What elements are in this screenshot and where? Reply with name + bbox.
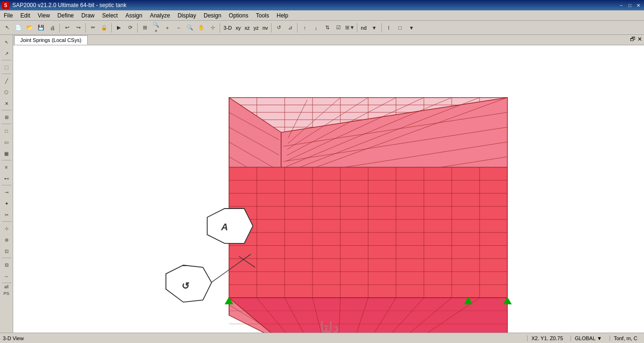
toolbar-save[interactable]: 💾 xyxy=(36,23,46,33)
lt-sep-4 xyxy=(2,124,11,124)
toolbar-run[interactable]: ▶ xyxy=(114,23,124,33)
toolbar-more[interactable]: ⊞▼ xyxy=(345,23,355,33)
minimize-button[interactable]: − xyxy=(618,2,625,8)
lt-spring[interactable]: ⊷ xyxy=(1,173,12,184)
lt-hatch[interactable]: ▦ xyxy=(1,148,12,159)
menu-define[interactable]: Define xyxy=(54,10,78,20)
lt-node2[interactable]: ✦ xyxy=(1,198,12,209)
lt-sep-7 xyxy=(2,221,11,222)
toolbar-text-style[interactable]: I xyxy=(384,23,394,33)
tab-close-icon[interactable]: ✕ xyxy=(637,36,642,42)
menu-bar: File Edit View Define Draw Select Assign… xyxy=(0,10,644,21)
toolbar-mirror[interactable]: ⊿ xyxy=(285,23,295,33)
lt-sep-3 xyxy=(2,110,11,110)
menu-options[interactable]: Options xyxy=(225,10,252,20)
lt-sep-1 xyxy=(2,60,11,60)
lt-draw-poly[interactable]: ⬠ xyxy=(1,87,12,97)
tab-restore-icon[interactable]: 🗗 xyxy=(630,36,636,42)
status-coord-system: GLOBAL ▼ xyxy=(570,335,606,341)
status-coordinates: X2. Y1. Z0.75 xyxy=(527,335,567,341)
lt-spring2[interactable]: ⊸ xyxy=(1,187,12,197)
window-controls[interactable]: − □ ✕ xyxy=(618,2,642,8)
toolbar-sep-4 xyxy=(137,23,138,33)
toolbar-new[interactable]: 📄 xyxy=(13,23,24,33)
toolbar-lock[interactable]: 🔒 xyxy=(99,23,109,33)
toolbar-pencil[interactable]: ✏ xyxy=(88,23,98,33)
menu-analyze[interactable]: Analyze xyxy=(146,10,174,20)
toolbar-open[interactable]: 📂 xyxy=(25,23,35,33)
toolbar-xy-label: xy xyxy=(234,25,242,31)
toolbar-down[interactable]: ↓ xyxy=(311,23,321,33)
tab-label: Joint Springs (Local CSys) xyxy=(20,37,82,43)
app-icon: S xyxy=(2,1,9,9)
menu-draw[interactable]: Draw xyxy=(78,10,99,20)
lt-cut[interactable]: ✂ xyxy=(1,209,12,220)
menu-assign[interactable]: Assign xyxy=(122,10,146,20)
lt-dimension[interactable]: ↔ xyxy=(1,271,12,281)
lt-draw-rect[interactable]: ✕ xyxy=(1,98,12,109)
tab-bar: Joint Springs (Local CSys) 🗗 ✕ xyxy=(13,35,644,45)
menu-help[interactable]: Help xyxy=(273,10,292,20)
lt-rect-select[interactable]: ⬚ xyxy=(1,62,12,72)
status-right: X2. Y1. Z0.75 GLOBAL ▼ Tonf, m, C xyxy=(527,335,641,341)
tab-joint-springs[interactable]: Joint Springs (Local CSys) xyxy=(14,35,88,45)
toolbar-check[interactable]: ☑ xyxy=(333,23,344,33)
lt-section[interactable]: □ xyxy=(1,125,12,136)
toolbar-zoom-in[interactable]: 🔍+ xyxy=(151,23,161,33)
window-title: SAP2000 v21.2.0 Ultimate 64-bit - septic… xyxy=(12,2,126,8)
viewport[interactable]: Joint Springs (Local CSys) 🗗 ✕ xyxy=(13,35,644,333)
toolbar-sep-6 xyxy=(271,23,272,33)
lt-sep-8 xyxy=(2,258,11,258)
toolbar-up[interactable]: ↑ xyxy=(299,23,310,33)
svg-marker-92 xyxy=(207,209,253,243)
lt-pattern[interactable]: ⊡ xyxy=(1,246,12,256)
3d-box-front-face xyxy=(229,167,508,298)
menu-edit[interactable]: Edit xyxy=(17,10,34,20)
lt-all-label: all xyxy=(4,284,8,289)
lt-grid[interactable]: ⊞ xyxy=(1,112,12,122)
lt-label[interactable]: ≡ xyxy=(1,162,12,172)
watermark-line1: دلتا xyxy=(320,320,339,333)
status-dropdown-icon[interactable]: ▼ xyxy=(597,335,602,341)
toolbar-zoom-window[interactable]: 🔍 xyxy=(185,23,195,33)
toolbar-sep-8 xyxy=(357,23,357,33)
maximize-button[interactable]: □ xyxy=(626,2,634,8)
toolbar-sep-3 xyxy=(111,23,112,33)
menu-tools[interactable]: Tools xyxy=(252,10,273,20)
toolbar-print[interactable]: 🖨 xyxy=(47,23,58,33)
lt-copy[interactable]: ⊚ xyxy=(1,234,12,245)
toolbar-view-opt2[interactable]: ▼ xyxy=(406,23,417,33)
lt-select[interactable]: ↖ xyxy=(1,37,12,47)
toolbar-move[interactable]: ⇅ xyxy=(322,23,332,33)
lt-measure[interactable]: ⊟ xyxy=(1,259,12,270)
menu-select[interactable]: Select xyxy=(99,10,122,20)
menu-file[interactable]: File xyxy=(0,10,17,20)
toolbar-pan[interactable]: ✋ xyxy=(196,23,206,33)
toolbar-redo[interactable]: ↪ xyxy=(73,23,83,33)
toolbar-3d[interactable]: ⊹ xyxy=(207,23,218,33)
3d-view-svg: A ↺ دلتا mostaqilm.com xyxy=(13,45,644,333)
lt-sep-5 xyxy=(2,160,11,160)
toolbar-run2[interactable]: ⟳ xyxy=(125,23,135,33)
toolbar-pointer[interactable]: ↖ xyxy=(2,23,12,33)
menu-view[interactable]: View xyxy=(34,10,54,20)
toolbar-undo[interactable]: ↩ xyxy=(62,23,72,33)
menu-design[interactable]: Design xyxy=(200,10,225,20)
status-bar: 3-D View X2. Y1. Z0.75 GLOBAL ▼ Tonf, m,… xyxy=(0,333,644,343)
lt-move[interactable]: ⊹ xyxy=(1,223,12,234)
toolbar-zoom-fit[interactable]: ⊞ xyxy=(140,23,150,33)
lt-node[interactable]: ↗ xyxy=(1,48,12,59)
toolbar-zoom-out[interactable]: − xyxy=(173,23,184,33)
close-button[interactable]: ✕ xyxy=(635,2,642,8)
toolbar-nd-dropdown[interactable]: ▼ xyxy=(369,23,380,33)
menu-display[interactable]: Display xyxy=(174,10,200,20)
lt-draw-line[interactable]: ╱ xyxy=(1,75,12,86)
canvas-area: A ↺ دلتا mostaqilm.com xyxy=(13,45,644,333)
status-view: 3-D View xyxy=(3,335,24,341)
tab-controls[interactable]: 🗗 ✕ xyxy=(630,36,642,42)
toolbar-view-opt[interactable]: □ xyxy=(395,23,405,33)
toolbar-zoom-in2[interactable]: + xyxy=(162,23,173,33)
toolbar-sep-9 xyxy=(381,23,382,33)
lt-rect[interactable]: ▭ xyxy=(1,137,12,147)
toolbar-restore[interactable]: ↺ xyxy=(273,23,284,33)
